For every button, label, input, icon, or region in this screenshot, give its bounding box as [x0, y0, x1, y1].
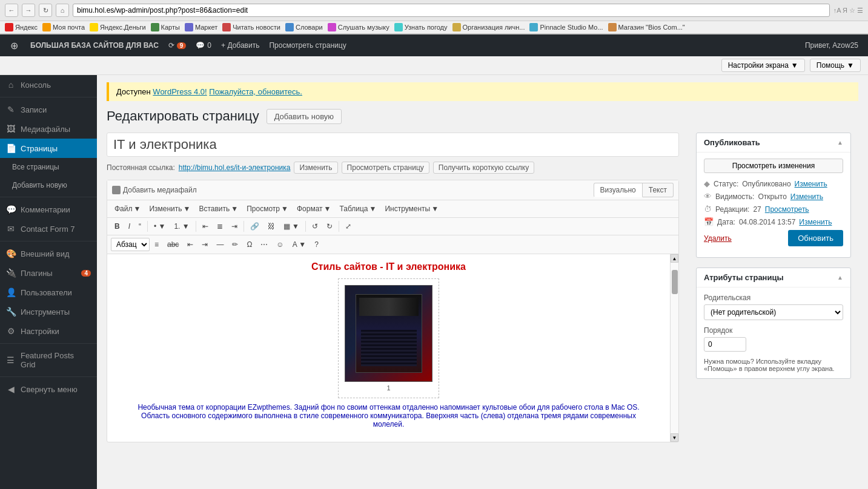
- sidebar-item-settings[interactable]: ⚙ Настройки: [0, 321, 97, 341]
- undo-btn[interactable]: ↺: [308, 220, 322, 232]
- scrollbar-thumb[interactable]: [672, 270, 678, 294]
- wp-logo[interactable]: ⊕: [5, 34, 23, 56]
- mce-edit-menu[interactable]: Изменить ▼: [145, 203, 194, 215]
- bookmark-money[interactable]: Яндекс.Деньги: [90, 23, 146, 31]
- short-url-btn[interactable]: Получить короткую ссылку: [433, 162, 534, 174]
- date-change-link[interactable]: Изменить: [799, 218, 832, 226]
- add-new-button[interactable]: Добавить новую: [267, 109, 342, 124]
- sidebar-item-add-page[interactable]: Добавить новую: [0, 176, 97, 194]
- order-input[interactable]: [704, 337, 746, 352]
- align-left-btn[interactable]: ⇤: [199, 220, 212, 232]
- sidebar-item-console[interactable]: ⌂ Консоль: [0, 75, 97, 94]
- insert-table-btn[interactable]: ▦ ▼: [280, 220, 303, 232]
- more-btn[interactable]: ⋯: [257, 238, 271, 251]
- update-link-please[interactable]: Пожалуйста, обновитесь.: [209, 87, 302, 96]
- reload-btn[interactable]: ↻: [39, 4, 52, 17]
- sidebar-item-posts[interactable]: ✎ Записи: [0, 100, 97, 119]
- update-link-wp[interactable]: WordPress 4.0!: [153, 87, 207, 96]
- admin-bar-view[interactable]: Просмотреть страницу: [264, 34, 351, 56]
- permalink-url[interactable]: http://bimu.hol.es/it-и-электроника: [179, 163, 291, 172]
- sidebar-item-all-pages[interactable]: Все страницы: [0, 158, 97, 176]
- bookmark-dict[interactable]: Словари: [285, 23, 323, 31]
- mce-view-menu[interactable]: Просмотр ▼: [243, 203, 292, 215]
- image-block[interactable]: 1: [338, 278, 439, 398]
- screen-options-button[interactable]: Настройки экрана ▼: [721, 59, 805, 72]
- strikethrough-btn[interactable]: abc: [164, 238, 182, 251]
- hr-btn[interactable]: —: [213, 238, 227, 251]
- indent-btn[interactable]: ⇥: [198, 238, 211, 251]
- admin-bar-updates[interactable]: ⟳ 9: [164, 34, 191, 56]
- bookmark-yandex[interactable]: Яндекс: [5, 23, 38, 31]
- sidebar-item-tools[interactable]: 🔧 Инструменты: [0, 302, 97, 321]
- sidebar-item-collapse[interactable]: ◀ Свернуть меню: [0, 379, 97, 399]
- admin-bar-add[interactable]: + Добавить: [216, 34, 264, 56]
- unordered-list-btn[interactable]: • ▼: [150, 220, 169, 232]
- view-page-btn[interactable]: Просмотреть страницу: [342, 162, 429, 174]
- editor-content[interactable]: Стиль сайтов - IT и электроника 1: [107, 254, 670, 442]
- sidebar-item-plugins[interactable]: 🔌 Плагины 4: [0, 263, 97, 283]
- align-right-btn[interactable]: ⇥: [228, 220, 241, 232]
- format-dropdown[interactable]: Абзац: [111, 238, 150, 251]
- eraser-btn[interactable]: ✏: [228, 238, 242, 251]
- address-bar[interactable]: [73, 4, 830, 17]
- outdent-btn[interactable]: ⇤: [184, 238, 197, 251]
- page-attributes-header[interactable]: Атрибуты страницы ▲: [697, 268, 850, 287]
- admin-bar-site[interactable]: БОЛЬШАЯ БАЗА САЙТОВ ДЛЯ ВАС: [25, 41, 164, 50]
- bookmark-weather[interactable]: Узнать погоду: [394, 23, 448, 31]
- sidebar-item-users[interactable]: 👤 Пользователи: [0, 283, 97, 302]
- admin-bar-user[interactable]: Привет, Azow25: [800, 41, 863, 50]
- sidebar-item-appearance[interactable]: 🎨 Внешний вид: [0, 244, 97, 263]
- expand-btn[interactable]: ⤢: [342, 220, 355, 232]
- permalink-change-btn[interactable]: Изменить: [294, 162, 337, 174]
- bookmark-music[interactable]: Слушать музыку: [328, 23, 389, 31]
- post-title-input[interactable]: [107, 133, 679, 157]
- sidebar-item-comments[interactable]: 💬 Комментарии: [0, 200, 97, 219]
- emoji-btn[interactable]: ☺: [273, 238, 287, 251]
- add-media-button[interactable]: Добавить медиафайл: [112, 186, 197, 194]
- home-btn[interactable]: ⌂: [56, 4, 69, 17]
- bookmark-maps[interactable]: Карты: [151, 23, 180, 31]
- publish-metabox-header[interactable]: Опубликовать ▲: [697, 133, 850, 153]
- special-char-btn[interactable]: Ω: [243, 238, 256, 251]
- color-btn[interactable]: A ▼: [289, 238, 310, 251]
- bookmark-bios[interactable]: Магазин "Bios Com...": [608, 23, 685, 31]
- delete-link[interactable]: Удалить: [704, 234, 732, 243]
- mce-insert-menu[interactable]: Вставить ▼: [195, 203, 242, 215]
- redo-btn[interactable]: ↻: [323, 220, 336, 232]
- text-tab[interactable]: Текст: [643, 183, 674, 197]
- visual-tab[interactable]: Визуально: [594, 183, 643, 197]
- mce-file-menu[interactable]: Файл ▼: [111, 203, 144, 215]
- admin-bar-comments[interactable]: 💬 0: [191, 34, 216, 56]
- bold-btn[interactable]: B: [111, 220, 124, 232]
- blockquote-btn[interactable]: “: [135, 220, 145, 232]
- mce-format-menu[interactable]: Формат ▼: [293, 203, 335, 215]
- link-btn[interactable]: 🔗: [247, 220, 263, 232]
- bookmark-news[interactable]: Читать новости: [222, 23, 280, 31]
- sidebar-item-media[interactable]: 🖼 Медиафайлы: [0, 119, 97, 139]
- bookmark-pinnacle[interactable]: Pinnacle Studio Мо...: [529, 23, 603, 31]
- revisions-link[interactable]: Просмотреть: [765, 205, 809, 214]
- sidebar-item-pages[interactable]: 📄 Страницы: [0, 139, 97, 158]
- help-button[interactable]: Помощь ▼: [810, 59, 861, 72]
- bookmark-market[interactable]: Маркет: [185, 23, 217, 31]
- mce-table-menu[interactable]: Таблица ▼: [336, 203, 380, 215]
- bookmark-org[interactable]: Организация личн...: [452, 23, 525, 31]
- sidebar-item-contact-form[interactable]: ✉ Contact Form 7: [0, 219, 97, 238]
- sidebar-item-featured-posts[interactable]: ☰ Featured Posts Grid: [0, 346, 97, 374]
- forward-btn[interactable]: →: [22, 4, 35, 17]
- mce-tools-menu[interactable]: Инструменты ▼: [381, 203, 442, 215]
- visibility-change-link[interactable]: Изменить: [790, 192, 823, 201]
- status-change-link[interactable]: Изменить: [795, 180, 827, 188]
- scrollbar-up-btn[interactable]: ▲: [671, 254, 678, 263]
- bookmark-mail[interactable]: Моя почта: [42, 23, 85, 31]
- ordered-list-btn[interactable]: 1. ▼: [170, 220, 193, 232]
- back-btn[interactable]: ←: [5, 4, 18, 17]
- align-center-btn[interactable]: ≣: [213, 220, 227, 232]
- parent-select[interactable]: (Нет родительской): [704, 304, 843, 320]
- scrollbar-down-btn[interactable]: ▼: [671, 433, 678, 442]
- unlink-btn[interactable]: ⛓: [264, 220, 279, 232]
- update-button[interactable]: Обновить: [788, 230, 843, 246]
- align-full-btn[interactable]: ≡: [151, 238, 162, 251]
- editor-scrollbar[interactable]: ▲ ▼: [670, 254, 678, 442]
- help-editor-btn[interactable]: ?: [311, 238, 322, 251]
